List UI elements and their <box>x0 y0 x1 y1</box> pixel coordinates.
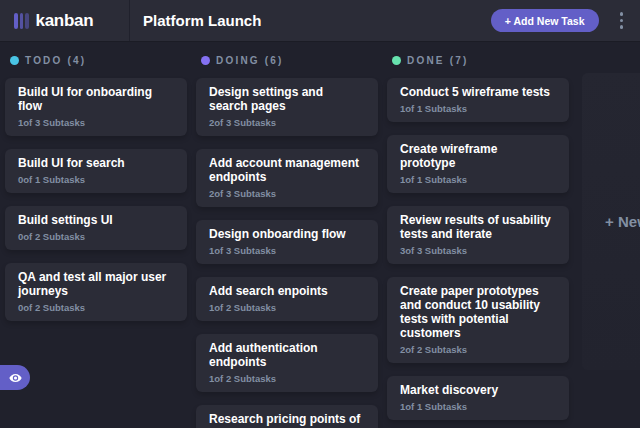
column-header: DOING (6) <box>196 55 378 66</box>
task-title: Create wireframe prototype <box>400 142 556 170</box>
header-actions: + Add New Task <box>491 9 625 32</box>
task-title: Design settings and search pages <box>209 85 365 113</box>
task-card[interactable]: Create wireframe prototype 1of 1 Subtask… <box>387 135 569 193</box>
board-column: DOING (6) Design settings and search pag… <box>196 55 378 428</box>
column-header: DONE (7) <box>387 55 569 66</box>
task-subtasks: 3of 3 Subtasks <box>400 245 556 256</box>
task-title: Build settings UI <box>18 213 174 227</box>
new-column-button[interactable]: + New Column <box>582 73 640 370</box>
board-column: TODO (4) Build UI for onboarding flow 1o… <box>5 55 187 334</box>
top-header: kanban Platform Launch + Add New Task <box>0 0 640 42</box>
logo: kanban <box>0 0 130 41</box>
logo-bars-icon <box>14 13 29 29</box>
task-card[interactable]: Build UI for onboarding flow 1of 3 Subta… <box>5 78 187 136</box>
task-subtasks: 0of 1 Subtasks <box>18 174 174 185</box>
board-title: Platform Launch <box>143 12 261 29</box>
task-title: Create paper prototypes and conduct 10 u… <box>400 284 556 340</box>
task-subtasks: 2of 2 Subtasks <box>400 344 556 355</box>
task-card[interactable]: QA and test all major user journeys 0of … <box>5 263 187 321</box>
task-card[interactable]: Market discovery 1of 1 Subtasks <box>387 376 569 420</box>
column-dot-icon <box>392 56 401 65</box>
task-title: Conduct 5 wireframe tests <box>400 85 556 99</box>
task-card[interactable]: Design settings and search pages 2of 3 S… <box>196 78 378 136</box>
task-subtasks: 2of 3 Subtasks <box>209 188 365 199</box>
task-card[interactable]: Review results of usability tests and it… <box>387 206 569 264</box>
task-title: Build UI for onboarding flow <box>18 85 174 113</box>
task-card[interactable]: Add authentication endpoints 1of 2 Subta… <box>196 334 378 392</box>
task-subtasks: 1of 2 Subtasks <box>209 302 365 313</box>
add-new-task-button[interactable]: + Add New Task <box>491 9 599 32</box>
task-title: Add authentication endpoints <box>209 341 365 369</box>
task-title: Review results of usability tests and it… <box>400 213 556 241</box>
task-card[interactable]: Build settings UI 0of 2 Subtasks <box>5 206 187 250</box>
eye-icon <box>9 373 22 383</box>
task-title: Design onboarding flow <box>209 227 365 241</box>
task-subtasks: 1of 3 Subtasks <box>209 245 365 256</box>
task-card[interactable]: Conduct 5 wireframe tests 1of 1 Subtasks <box>387 78 569 122</box>
task-title: QA and test all major user journeys <box>18 270 174 298</box>
task-card[interactable]: Build UI for search 0of 1 Subtasks <box>5 149 187 193</box>
task-card[interactable]: Add account management endpoints 2of 3 S… <box>196 149 378 207</box>
logo-text: kanban <box>36 11 94 31</box>
show-sidebar-button[interactable] <box>0 365 30 390</box>
column-cards: Build UI for onboarding flow 1of 3 Subta… <box>5 78 187 321</box>
column-dot-icon <box>201 56 210 65</box>
column-cards: Design settings and search pages 2of 3 S… <box>196 78 378 428</box>
task-subtasks: 1of 1 Subtasks <box>400 401 556 412</box>
task-subtasks: 1of 3 Subtasks <box>18 117 174 128</box>
task-subtasks: 1of 1 Subtasks <box>400 103 556 114</box>
task-title: Add search enpoints <box>209 284 365 298</box>
task-subtasks: 0of 2 Subtasks <box>18 231 174 242</box>
task-card[interactable]: Add search enpoints 1of 2 Subtasks <box>196 277 378 321</box>
task-subtasks: 2of 3 Subtasks <box>209 117 365 128</box>
column-title: DOING (6) <box>216 55 284 66</box>
kebab-menu-icon[interactable] <box>618 10 626 31</box>
task-card[interactable]: Design onboarding flow 1of 3 Subtasks <box>196 220 378 264</box>
column-title: TODO (4) <box>25 55 86 66</box>
task-title: Add account management endpoints <box>209 156 365 184</box>
column-header: TODO (4) <box>5 55 187 66</box>
task-title: Research pricing points of various compe… <box>209 412 365 428</box>
new-column-label: + New Column <box>605 213 640 230</box>
task-title: Market discovery <box>400 383 556 397</box>
board-columns: TODO (4) Build UI for onboarding flow 1o… <box>0 42 640 427</box>
column-cards: Conduct 5 wireframe tests 1of 1 Subtasks… <box>387 78 569 428</box>
board-column: DONE (7) Conduct 5 wireframe tests 1of 1… <box>387 55 569 428</box>
task-card[interactable]: Create paper prototypes and conduct 10 u… <box>387 277 569 363</box>
task-subtasks: 0of 2 Subtasks <box>18 302 174 313</box>
kanban-app: { "app": { "logo_text": "kanban", "board… <box>0 0 640 428</box>
task-subtasks: 1of 2 Subtasks <box>209 373 365 384</box>
column-dot-icon <box>10 56 19 65</box>
header-main: Platform Launch + Add New Task <box>130 0 640 41</box>
task-card[interactable]: Research pricing points of various compe… <box>196 405 378 428</box>
task-subtasks: 1of 1 Subtasks <box>400 174 556 185</box>
column-title: DONE (7) <box>407 55 469 66</box>
task-title: Build UI for search <box>18 156 174 170</box>
